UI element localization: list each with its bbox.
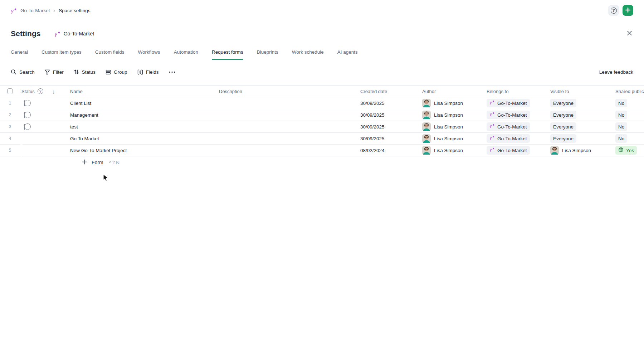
shared-publicly-cell: No — [614, 111, 644, 119]
status-toggle[interactable] — [24, 124, 25, 130]
select-all-checkbox[interactable] — [7, 88, 13, 94]
form-name[interactable]: Management — [70, 112, 219, 118]
space-chip[interactable]: γGo-To-Market — [487, 111, 530, 119]
fields-button[interactable]: Fields — [137, 69, 159, 75]
tab-general[interactable]: General — [11, 43, 28, 61]
topbar-actions: ? — [608, 5, 633, 16]
form-name[interactable]: New Go-To Market Project — [70, 148, 219, 153]
form-name[interactable]: test — [70, 124, 219, 130]
column-status[interactable]: Status — [21, 89, 35, 94]
table-header-row: Status ? ↓ Name Description Created date… — [0, 85, 644, 97]
visible-to-label: Everyone — [553, 124, 574, 130]
status-toggle[interactable] — [24, 112, 25, 118]
shared-publicly-cell: No — [614, 99, 644, 107]
author-cell: Lisa Simpson — [422, 134, 487, 143]
mouse-cursor — [103, 174, 109, 183]
table-row: 1Client List30/09/2025Lisa SimpsonγGo-To… — [0, 97, 644, 109]
table-row: 5New Go-To Market Project08/02/2024Lisa … — [0, 145, 644, 156]
space-chip[interactable]: γGo-To-Market — [487, 134, 530, 143]
space-chip[interactable]: γGo-To-Market — [487, 146, 530, 155]
shared-label: No — [618, 136, 624, 141]
column-created-date[interactable]: Created date — [360, 89, 422, 94]
column-description[interactable]: Description — [219, 89, 360, 94]
svg-text:γ: γ — [490, 136, 492, 140]
add-form-label: Form — [92, 160, 103, 165]
table-body: 1Client List30/09/2025Lisa SimpsonγGo-To… — [0, 97, 644, 156]
avatar — [422, 99, 431, 107]
tab-ai-agents[interactable]: AI agents — [337, 43, 358, 61]
visible-to-cell: Everyone — [550, 111, 614, 119]
add-form-row: Form ^⇧N — [0, 156, 644, 169]
svg-text:γ: γ — [490, 147, 492, 152]
shared-label: No — [618, 124, 624, 130]
created-date: 30/09/2025 — [360, 136, 422, 141]
row-number: 4 — [0, 136, 20, 141]
form-name[interactable]: Go To Market — [70, 136, 219, 141]
breadcrumb-space[interactable]: Go-To-Market — [20, 8, 50, 13]
shared-chip[interactable]: No — [615, 99, 627, 107]
fields-label: Fields — [146, 69, 159, 75]
space-chip-label: Go-To-Market — [497, 136, 527, 141]
svg-text:γ: γ — [11, 8, 14, 13]
page-title: Settings — [11, 29, 41, 38]
shared-chip[interactable]: No — [615, 111, 627, 119]
column-belongs-to[interactable]: Belongs to — [487, 89, 550, 94]
tab-blueprints[interactable]: Blueprints — [257, 43, 278, 61]
sort-arrows-icon — [74, 69, 79, 75]
shared-chip[interactable]: No — [615, 122, 627, 131]
author-cell: Lisa Simpson — [422, 99, 487, 107]
form-name[interactable]: Client List — [70, 101, 219, 106]
visible-to-chip[interactable]: Everyone — [550, 111, 576, 119]
status-toggle[interactable] — [24, 100, 25, 106]
column-shared-publicly[interactable]: Shared publicly — [614, 89, 644, 94]
tab-request-forms[interactable]: Request forms — [212, 43, 243, 61]
svg-text:γ: γ — [490, 124, 492, 128]
leave-feedback-link[interactable]: Leave feedback — [599, 69, 633, 75]
author-name: Lisa Simpson — [434, 148, 463, 153]
visible-to-chip[interactable]: Everyone — [550, 134, 576, 143]
tab-custom-item-types[interactable]: Custom item types — [42, 43, 82, 61]
more-button[interactable] — [169, 71, 175, 73]
add-button[interactable] — [623, 5, 633, 16]
group-button[interactable]: Group — [106, 69, 127, 75]
tab-work-schedule[interactable]: Work schedule — [292, 43, 324, 61]
table-row: 2Management30/09/2025Lisa SimpsonγGo-To-… — [0, 109, 644, 121]
top-bar: γ Go-To-Market › Space settings ? — [0, 0, 644, 21]
filter-button[interactable]: Filter — [45, 69, 64, 75]
shared-chip[interactable]: Yes — [615, 146, 637, 155]
column-visible-to[interactable]: Visible to — [550, 89, 614, 94]
visible-to-chip[interactable]: Everyone — [550, 99, 576, 107]
close-button[interactable] — [624, 28, 635, 39]
search-button[interactable]: Search — [11, 69, 35, 75]
table-row: 3test30/09/2025Lisa SimpsonγGo-To-Market… — [0, 121, 644, 133]
column-author[interactable]: Author — [422, 89, 487, 94]
space-chip[interactable]: γGo-To-Market — [487, 99, 530, 107]
settings-tabs: GeneralCustom item typesCustom fieldsWor… — [0, 43, 644, 61]
stacked-rows-icon — [106, 69, 111, 75]
settings-header: Settings γ Go-To-Market — [0, 24, 644, 43]
shared-label: No — [618, 101, 624, 106]
space-chip[interactable]: γGo-To-Market — [487, 122, 530, 131]
tab-workflows[interactable]: Workflows — [138, 43, 160, 61]
status-cell — [20, 112, 70, 118]
space-chip-label: Go-To-Market — [497, 124, 527, 130]
help-button[interactable]: ? — [608, 5, 619, 16]
tab-custom-fields[interactable]: Custom fields — [95, 43, 125, 61]
visible-to-user: Lisa Simpson — [562, 148, 591, 153]
shared-chip[interactable]: No — [615, 134, 627, 143]
status-button[interactable]: Status — [74, 69, 96, 75]
row-number: 2 — [0, 112, 20, 117]
column-name[interactable]: Name — [70, 89, 219, 94]
space-icon: γ — [489, 147, 495, 154]
belongs-to-cell: γGo-To-Market — [487, 122, 550, 131]
visible-to-chip[interactable]: Everyone — [550, 122, 576, 131]
avatar — [422, 111, 431, 119]
tab-automation[interactable]: Automation — [174, 43, 198, 61]
space-icon: γ — [489, 123, 495, 130]
status-help-icon[interactable]: ? — [38, 88, 43, 94]
globe-icon — [618, 147, 624, 154]
add-form-button[interactable]: Form — [82, 159, 103, 166]
search-label: Search — [19, 69, 35, 75]
ellipsis-icon — [169, 71, 175, 73]
sort-descending-icon[interactable]: ↓ — [53, 88, 55, 94]
